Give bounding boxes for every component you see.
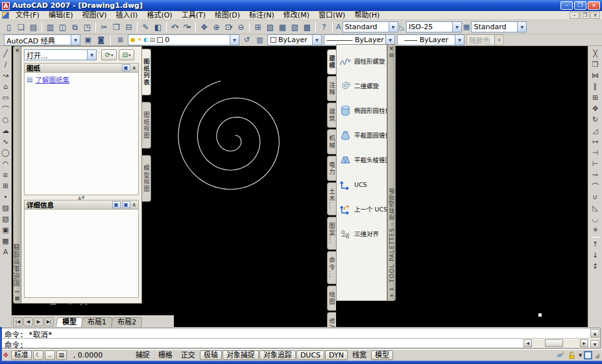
- ssm-preview-toggle-button[interactable]: ▣: [122, 201, 130, 208]
- new-icon[interactable]: ▯: [3, 21, 15, 33]
- my-workspace-button[interactable]: ◙: [95, 35, 106, 45]
- array-icon[interactable]: ⊞: [590, 92, 601, 103]
- scale-icon[interactable]: ◿: [590, 125, 601, 136]
- dropdown-arrow-icon[interactable]: ▾: [189, 25, 191, 30]
- revision-cloud-icon[interactable]: ☁: [0, 125, 11, 136]
- palette-item[interactable]: 椭圆形圆柱体: [339, 101, 385, 120]
- palette-tab-土木...[interactable]: 土木...: [327, 182, 336, 215]
- toggle-极轴[interactable]: 极轴: [200, 350, 222, 360]
- copy-object-icon[interactable]: ❐: [590, 59, 601, 70]
- dropdown-arrow-icon[interactable]: ▼: [312, 35, 321, 45]
- toggle-DUCS[interactable]: DUCS: [296, 350, 324, 360]
- polyline-icon[interactable]: ↝: [0, 70, 11, 81]
- menu-item[interactable]: 插入(I): [112, 11, 143, 19]
- ssm-tab-图纸列表[interactable]: 图纸列表: [142, 49, 151, 95]
- dropdown-arrow-icon[interactable]: ▾: [111, 53, 113, 57]
- dwf-icon[interactable]: ◳: [81, 21, 93, 33]
- toolbar-lock-icon[interactable]: ▤: [56, 350, 67, 360]
- bring-to-front-icon[interactable]: ↑: [590, 239, 601, 250]
- layer-combo[interactable]: ●☀◐▤ 0 ▼: [128, 34, 239, 45]
- layer-previous-button[interactable]: ↺: [241, 35, 252, 45]
- clean-screen-icon[interactable]: [584, 351, 592, 359]
- offset-icon[interactable]: ∥: [590, 81, 601, 92]
- toggle-对象捕捉[interactable]: 对象捕捉: [223, 350, 259, 360]
- break-icon[interactable]: ⌒: [590, 180, 601, 191]
- palette-item[interactable]: 二维螺旋: [339, 76, 385, 95]
- move-icon[interactable]: ✥: [590, 103, 601, 114]
- table-style-combo[interactable]: Standard▼: [471, 21, 527, 32]
- minimize-button[interactable]: –: [560, 1, 573, 10]
- mdi-close-button[interactable]: ×: [590, 12, 600, 19]
- scroll-up-icon[interactable]: ▲: [590, 329, 599, 337]
- match-properties-icon[interactable]: ✎: [139, 21, 152, 33]
- undo-icon[interactable]: ↶▾: [169, 21, 181, 33]
- dropdown-arrow-icon[interactable]: ▾: [176, 25, 179, 30]
- explode-icon[interactable]: ✳: [590, 224, 601, 236]
- ssm-autohide-icon[interactable]: ↔: [15, 289, 19, 295]
- refresh-sheet-set-button[interactable]: ⟳▾: [101, 49, 117, 60]
- workspace-settings-button[interactable]: ▣: [82, 35, 93, 45]
- rectangle-icon[interactable]: ▭: [0, 92, 11, 103]
- chevron-up-icon[interactable]: ∧: [132, 202, 137, 208]
- menu-item[interactable]: 绘图(D): [210, 11, 245, 19]
- insert-block-icon[interactable]: ⧈: [0, 169, 11, 180]
- zoom-previous-icon[interactable]: ⊖: [235, 21, 247, 33]
- extend-icon[interactable]: ⊢: [590, 158, 601, 169]
- ssm-open-combo[interactable]: 打开... ▼: [24, 49, 97, 60]
- import-layout-button[interactable]: ⊟▾: [119, 49, 134, 60]
- ellipse-arc-icon[interactable]: ◠: [0, 158, 11, 169]
- ssm-properties-icon[interactable]: ▦: [15, 295, 20, 302]
- hatch-icon[interactable]: ▨: [0, 202, 11, 213]
- stretch-icon[interactable]: ↦: [590, 136, 601, 147]
- tray-dropdown-icon[interactable]: ▼: [579, 353, 582, 358]
- mirror-icon[interactable]: ⋈: [590, 70, 601, 81]
- pan-icon[interactable]: ✥: [198, 21, 210, 33]
- dropdown-arrow-icon[interactable]: ▾: [128, 53, 130, 57]
- circle-icon[interactable]: ○: [0, 114, 11, 125]
- dropdown-arrow-icon[interactable]: ▼: [385, 35, 394, 45]
- region-icon[interactable]: ▣: [0, 224, 11, 236]
- palette-item[interactable]: 三维对齐: [339, 224, 385, 243]
- table-icon[interactable]: ▦: [0, 236, 11, 247]
- mtext-icon[interactable]: A: [0, 247, 11, 258]
- dropdown-arrow-icon[interactable]: ▼: [71, 35, 80, 45]
- help-icon[interactable]: ?: [318, 21, 330, 33]
- toggle-DYN[interactable]: DYN: [325, 350, 348, 360]
- break-at-point-icon[interactable]: ⊸: [590, 169, 601, 180]
- dropdown-arrow-icon[interactable]: ▼: [455, 35, 464, 45]
- communication-center-icon[interactable]: [555, 350, 565, 360]
- command-hscrollbar[interactable]: ◀ ▶: [524, 339, 588, 347]
- fillet-icon[interactable]: ◡: [590, 213, 601, 224]
- standards-file-icon[interactable]: ❖: [3, 351, 9, 359]
- redo-icon[interactable]: ↷▾: [181, 21, 193, 33]
- dropdown-arrow-icon[interactable]: ▼: [517, 22, 526, 32]
- menu-item[interactable]: 工具(T): [177, 11, 210, 19]
- ellipse-icon[interactable]: ◯: [0, 147, 11, 158]
- line-icon[interactable]: ╱: [0, 48, 11, 59]
- properties-icon[interactable]: ▨: [264, 21, 276, 33]
- draw-order-icon[interactable]: ↕: [590, 261, 601, 272]
- tool-palettes-autohide-icon[interactable]: ⇔: [389, 286, 394, 293]
- layer-states-button[interactable]: ▥: [254, 35, 265, 45]
- dropdown-arrow-icon[interactable]: ▼: [230, 35, 239, 45]
- dropdown-arrow-icon[interactable]: ▼: [87, 50, 96, 60]
- ssm-sheets-header[interactable]: 图纸 ▣ ∧: [24, 63, 139, 73]
- palette-tab-电力[interactable]: 电力: [327, 156, 336, 181]
- toggle-模型[interactable]: 模型: [371, 350, 393, 360]
- tool-palettes-close-icon[interactable]: ✕: [389, 46, 394, 52]
- menu-item[interactable]: 文件(F): [11, 11, 44, 19]
- chevron-up-icon[interactable]: ∧: [132, 65, 137, 71]
- dropdown-arrow-icon[interactable]: ▼: [452, 22, 461, 32]
- make-block-icon[interactable]: ⊞: [0, 180, 11, 191]
- scroll-left-icon[interactable]: ◀: [524, 339, 532, 347]
- tray-settings-icon[interactable]: ‥: [45, 350, 55, 360]
- palette-tab-建筑[interactable]: 建筑: [327, 103, 336, 128]
- block-editor-icon[interactable]: ◧: [152, 21, 164, 33]
- chamfer-icon[interactable]: ◺: [590, 202, 601, 213]
- palette-item[interactable]: 圆柱形螺旋: [339, 51, 385, 71]
- scroll-down-icon[interactable]: ▼: [590, 340, 599, 348]
- palette-tab-机械[interactable]: 机械: [327, 129, 336, 154]
- palette-item[interactable]: UCS: [339, 175, 385, 194]
- menu-item[interactable]: 标注(N): [245, 11, 279, 19]
- layout-tab-模型[interactable]: 模型: [56, 317, 83, 327]
